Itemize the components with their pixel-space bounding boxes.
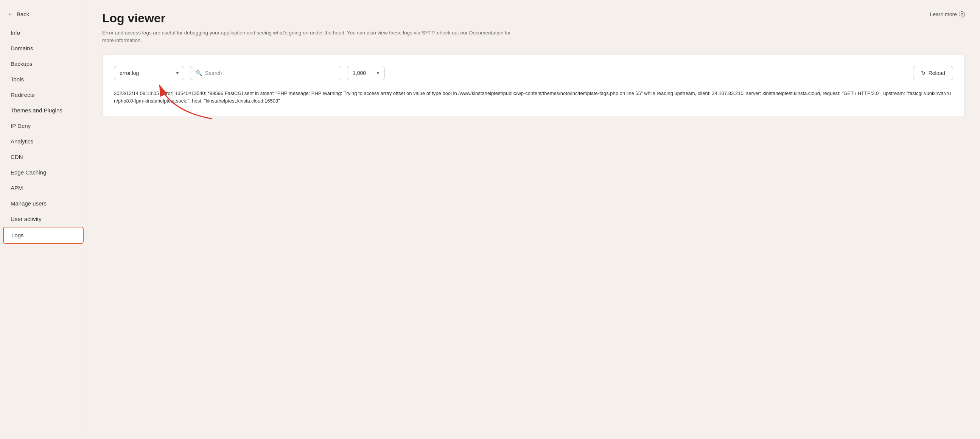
log-file-select[interactable]: error.logaccess.logkinsta-cache-perf.log xyxy=(114,66,184,80)
learn-more-label: Learn more xyxy=(930,11,957,17)
help-icon: ? xyxy=(959,11,965,17)
log-file-select-wrapper: error.logaccess.logkinsta-cache-perf.log… xyxy=(114,66,184,80)
sidebar-item-info[interactable]: Info xyxy=(3,25,84,40)
reload-button[interactable]: ↻ Reload xyxy=(913,66,953,80)
sidebar-item-themes-plugins[interactable]: Themes and Plugins xyxy=(3,103,84,118)
search-wrapper: 🔍 xyxy=(190,66,341,80)
page-description: Error and access logs are useful for deb… xyxy=(102,29,519,45)
search-input[interactable] xyxy=(205,70,336,76)
lines-select[interactable]: 1005001,0002,000 xyxy=(347,66,385,80)
sidebar-item-user-activity[interactable]: User activity xyxy=(3,211,84,227)
reload-label: Reload xyxy=(929,70,945,76)
search-icon: 🔍 xyxy=(196,70,202,76)
sidebar-item-apm[interactable]: APM xyxy=(3,180,84,196)
sidebar-item-redirects[interactable]: Redirects xyxy=(3,87,84,103)
sidebar-item-ip-deny[interactable]: IP Deny xyxy=(3,118,84,134)
main-content: Log viewer Learn more ? Error and access… xyxy=(87,0,980,439)
back-button[interactable]: ← Back xyxy=(0,8,87,25)
sidebar-item-tools[interactable]: Tools xyxy=(3,72,84,87)
sidebar-nav: InfoDomainsBackupsToolsRedirectsThemes a… xyxy=(0,25,87,431)
reload-icon: ↻ xyxy=(921,70,926,76)
sidebar-item-logs[interactable]: Logs xyxy=(3,227,84,244)
log-panel: error.logaccess.logkinsta-cache-perf.log… xyxy=(102,54,965,117)
sidebar-item-edge-caching[interactable]: Edge Caching xyxy=(3,165,84,180)
sidebar-item-analytics[interactable]: Analytics xyxy=(3,134,84,149)
sidebar-item-cdn[interactable]: CDN xyxy=(3,149,84,165)
sidebar: ← Back InfoDomainsBackupsToolsRedirectsT… xyxy=(0,0,87,439)
header-row: Log viewer Learn more ? xyxy=(102,11,965,25)
sidebar-item-backups[interactable]: Backups xyxy=(3,56,84,72)
page-title: Log viewer xyxy=(102,11,165,25)
controls-row: error.logaccess.logkinsta-cache-perf.log… xyxy=(114,66,953,80)
back-arrow-icon: ← xyxy=(8,11,14,17)
back-label: Back xyxy=(17,11,29,17)
learn-more-link[interactable]: Learn more ? xyxy=(930,11,965,17)
sidebar-item-domains[interactable]: Domains xyxy=(3,40,84,56)
log-content: 2023/12/14 09:13:05 [error] 13540#13540:… xyxy=(114,90,953,106)
sidebar-item-manage-users[interactable]: Manage users xyxy=(3,196,84,211)
lines-select-wrapper: 1005001,0002,000 ▼ xyxy=(347,66,385,80)
